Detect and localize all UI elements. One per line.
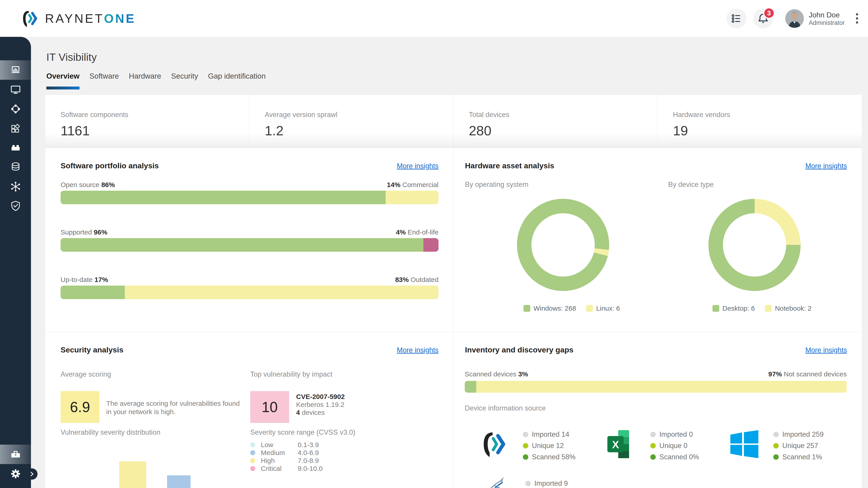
average-scoring-label: Average scoring [61,370,111,379]
section-inventory-gaps: Inventory and discovery gaps More insigh… [454,332,862,488]
sidebar-item-network[interactable] [0,99,31,119]
os-donut-legend: Windows: 268 Linux: 6 [524,304,620,312]
severity-range-label: Severity score range (CVSS v3.0) [250,428,355,436]
device-info-source-label: Device information source [465,404,546,412]
tab-security[interactable]: Security [171,72,198,90]
more-insights-link[interactable]: More insights [805,346,847,354]
severity-legend-row-high: High 7.0-8.9 [250,457,322,464]
avatar [785,9,804,28]
sidebar-item-applications[interactable] [0,119,31,138]
chevron-right-icon [29,471,34,477]
source-sql-server: Imported 9 [480,472,568,488]
task-list-button[interactable] [726,8,746,29]
sidebar-item-integrations[interactable] [0,177,31,196]
notifications-button[interactable]: 3 [753,8,773,29]
device-donut-legend: Desktop: 6 Notebook: 2 [712,304,811,312]
laptop-chart-icon [9,64,22,76]
legend-swatch-windows [524,305,530,312]
severity-legend-row-critical: Critical 9.0-10.0 [250,464,322,473]
hub-icon [9,180,22,193]
section-security-analysis: Security analysis More insights Average … [45,332,454,488]
average-score-box: 6.9 [61,391,99,423]
sidebar-item-data[interactable] [0,158,31,177]
source-windows: Imported 259 Unique 257 Scanned 1% [728,428,824,463]
source-raynet-one: Imported 14 Unique 12 Scanned 58% [478,428,576,463]
sidebar-item-components[interactable] [0,138,31,158]
legend-swatch-notebook [765,305,772,312]
overflow-menu-button[interactable] [853,10,861,27]
unique-dot [650,443,656,449]
cve-details: CVE-2007-5902 Kerberos 1.19.2 4 devices [296,393,345,416]
user-name: John Doe [809,11,845,19]
sql-server-logo [480,472,512,488]
unique-dot [773,443,779,449]
severity-dot-low [250,442,255,447]
user-text: John Doe Administrator [809,11,845,26]
more-insights-link[interactable]: More insights [397,162,438,170]
shield-check-icon [9,200,22,213]
brand-logo-icon [19,8,40,29]
donut-label-device-type: By device type [668,181,714,189]
brand-primary: RAYNET [45,11,104,26]
tab-software[interactable]: Software [90,72,119,90]
user-menu[interactable]: John Doe Administrator [785,9,845,28]
scanned-dot [773,454,779,460]
donut-label-os: By operating system [465,181,528,189]
more-insights-link[interactable]: More insights [805,162,847,170]
brick-icon [9,141,22,154]
sidebar-item-devices[interactable] [0,80,31,99]
page-title: IT Visibility [46,51,97,63]
severity-legend-row-low: Low 0.1-3.9 [250,441,322,449]
imported-dot [525,481,531,486]
more-insights-link[interactable]: More insights [397,346,438,354]
brand-secondary: ONE [104,11,135,26]
severity-dot-medium [250,450,255,455]
scanned-devices-bar [465,381,847,393]
unique-dot [523,443,528,449]
kpi-hardware-vendors: Hardware vendors 19 [657,95,862,148]
top-bar: RAYNETONE 3 [0,0,868,37]
legend-swatch-linux [586,305,593,312]
severity-distribution-label: Vulnerability severity distribution [61,428,160,436]
stat-bar-supported: Supported 96% 4% End-of-life [61,228,438,252]
sidebar-bottom [0,445,31,484]
sidebar-item-dashboard[interactable] [0,60,31,80]
brand-logo[interactable]: RAYNETONE [19,8,135,29]
tab-gap-identification[interactable]: Gap identification [208,72,266,90]
stacked-bar [61,286,438,299]
raynet-one-logo [478,428,510,460]
section-title: Security analysis [61,346,123,354]
sidebar-item-compliance[interactable] [0,196,31,216]
monitor-icon [9,83,22,96]
task-list-icon [731,13,742,24]
scanned-dot [523,454,528,460]
stacked-bar [61,238,438,252]
sidebar-expand-button[interactable] [26,468,37,480]
top-vulnerability-label: Top vulnerability by impact [250,370,333,379]
section-title: Software portfolio analysis [61,161,159,170]
brand-wordmark: RAYNETONE [45,11,135,26]
section-software-portfolio: Software portfolio analysis More insight… [45,148,454,332]
kpi-strip: Software components 1161 Average version… [45,95,862,148]
section-hardware-assets: Hardware asset analysis More insights By… [454,148,862,332]
severity-legend-row-medium: Medium 4.0-6.9 [250,449,322,457]
kpi-total-devices: Total devices 280 [454,95,657,148]
imported-dot [773,432,779,437]
gear-icon [9,467,22,480]
top-vulnerability-score-box: 10 [250,391,289,423]
briefcase-icon [9,448,22,461]
section-title: Inventory and discovery gaps [465,346,574,354]
tab-hardware[interactable]: Hardware [129,72,161,90]
sidebar [0,37,31,488]
raynet-one-dashboard: RAYNETONE 3 [0,0,868,488]
sidebar-item-workspace[interactable] [0,445,31,464]
tab-overview[interactable]: Overview [46,72,80,90]
scanned-dot [650,454,656,460]
dashboard-card: Software components 1161 Average version… [45,95,862,488]
source-excel: X Imported 0 Unique 0 Scanned 0% [606,428,699,463]
imported-dot [650,432,656,437]
cve-product: Kerberos 1.19.2 [296,400,345,409]
severity-dot-critical [250,466,255,471]
excel-logo: X [606,428,637,460]
tab-bar: Overview Software Hardware Security Gap … [46,72,266,90]
